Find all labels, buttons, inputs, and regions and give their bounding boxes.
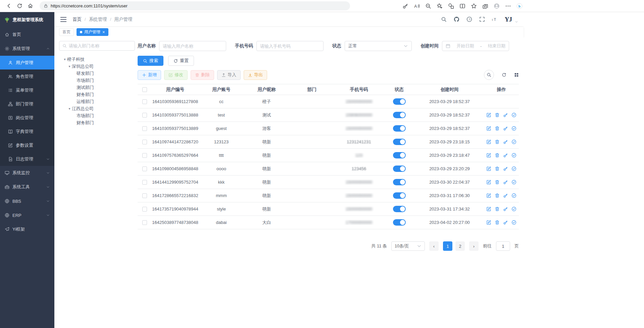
status-toggle[interactable]	[393, 192, 406, 199]
reset-password-icon[interactable]	[503, 166, 508, 171]
tree-node[interactable]: 市场部门	[59, 112, 135, 119]
phone-input[interactable]	[256, 41, 324, 51]
edit-icon[interactable]	[486, 139, 491, 144]
delete-icon[interactable]	[495, 180, 500, 185]
assign-role-icon[interactable]	[511, 193, 516, 198]
reset-password-icon[interactable]	[503, 220, 508, 225]
reset-password-icon[interactable]	[503, 112, 508, 118]
edit-icon[interactable]	[486, 193, 491, 198]
reset-password-icon[interactable]	[503, 153, 508, 158]
sidebar-item-erp[interactable]: ERP	[0, 208, 54, 222]
breadcrumb-home[interactable]: 首页	[72, 16, 82, 22]
row-checkbox[interactable]	[142, 153, 147, 158]
page-button-2[interactable]: 2	[455, 241, 465, 251]
fullscreen-icon[interactable]	[479, 16, 485, 22]
row-checkbox[interactable]	[142, 180, 147, 185]
browser-back-button[interactable]	[3, 1, 14, 11]
table-columns-button[interactable]	[514, 73, 519, 77]
tree-node[interactable]: ▾深圳总公司	[59, 63, 135, 70]
reset-password-icon[interactable]	[503, 139, 508, 144]
sidebar-item-post-management[interactable]: 岗位管理	[0, 111, 54, 125]
tab-user-management[interactable]: 用户管理 ×	[77, 28, 108, 36]
assign-role-icon[interactable]	[511, 153, 516, 158]
password-key-icon[interactable]	[402, 3, 408, 9]
assign-role-icon[interactable]	[511, 166, 516, 171]
row-checkbox[interactable]	[142, 207, 147, 212]
tree-node[interactable]: 市场部门	[59, 77, 135, 84]
add-button[interactable]: 新增	[138, 70, 161, 80]
reset-password-icon[interactable]	[503, 206, 508, 212]
table-refresh-button[interactable]	[502, 73, 506, 77]
browser-home-button[interactable]	[25, 1, 36, 11]
caret-down-icon[interactable]: ▾	[67, 107, 72, 110]
status-toggle[interactable]	[393, 152, 406, 158]
sidebar-item-home[interactable]: 首页	[0, 28, 54, 42]
more-menu-icon[interactable]	[505, 3, 511, 9]
row-checkbox[interactable]	[142, 167, 147, 171]
reset-password-icon[interactable]	[503, 180, 508, 185]
help-icon[interactable]: ?	[466, 16, 472, 22]
export-button[interactable]: 导出	[244, 70, 267, 80]
page-size-select[interactable]: 10条/页	[391, 241, 425, 251]
delete-icon[interactable]	[495, 166, 500, 171]
status-toggle[interactable]	[393, 179, 406, 185]
status-toggle[interactable]	[393, 219, 406, 226]
breadcrumb-user[interactable]: 用户管理	[114, 16, 133, 22]
reset-password-icon[interactable]	[503, 126, 508, 131]
status-toggle[interactable]	[393, 98, 406, 105]
profile-avatar[interactable]	[494, 3, 500, 9]
table-search-button[interactable]	[484, 70, 494, 80]
sidebar-item-menu-management[interactable]: 菜单管理	[0, 83, 54, 97]
status-toggle[interactable]	[393, 206, 406, 212]
date-range-picker[interactable]: 开始日期 - 结束日期	[442, 41, 509, 51]
status-toggle[interactable]	[393, 125, 406, 132]
prev-page-button[interactable]: ‹	[429, 241, 439, 251]
import-button[interactable]: 导入	[217, 70, 241, 80]
favorite-add-icon[interactable]	[437, 3, 443, 9]
browser-essentials-icon[interactable]	[448, 3, 454, 9]
edit-icon[interactable]	[486, 220, 491, 225]
username-input[interactable]	[159, 41, 226, 51]
row-checkbox[interactable]	[142, 113, 147, 118]
tree-node[interactable]: ▾橙子科技	[59, 56, 135, 63]
collections-icon[interactable]	[482, 3, 488, 9]
sidebar-item-system-tools[interactable]: 系统工具	[0, 180, 54, 194]
status-select[interactable]: 正常	[345, 41, 412, 51]
browser-refresh-button[interactable]	[14, 1, 25, 11]
next-page-button[interactable]: ›	[469, 241, 479, 251]
search-icon[interactable]	[441, 16, 447, 22]
delete-icon[interactable]	[495, 112, 500, 118]
reset-password-icon[interactable]	[503, 193, 508, 198]
assign-role-icon[interactable]	[511, 126, 516, 131]
edit-icon[interactable]	[486, 153, 491, 158]
row-checkbox[interactable]	[142, 140, 147, 144]
delete-icon[interactable]	[495, 220, 500, 225]
tree-node[interactable]: 财务部门	[59, 91, 135, 98]
sidebar-item-system-management[interactable]: 系统管理	[0, 42, 54, 56]
delete-icon[interactable]	[495, 206, 500, 212]
sidebar-item-param-settings[interactable]: 参数设置	[0, 138, 54, 152]
sidebar-item-log-management[interactable]: 日志管理	[0, 152, 54, 166]
caret-down-icon[interactable]: ▾	[62, 57, 67, 61]
assign-role-icon[interactable]	[511, 139, 516, 144]
tab-home[interactable]: 首页	[59, 28, 74, 36]
search-button[interactable]: 搜索	[138, 56, 163, 66]
reset-button[interactable]: 重置	[168, 56, 194, 66]
delete-button[interactable]: 删除	[191, 70, 214, 80]
sidebar-item-dept-management[interactable]: 部门管理	[0, 97, 54, 111]
tree-node[interactable]: 运维部门	[59, 98, 135, 105]
delete-icon[interactable]	[495, 139, 500, 144]
assign-role-icon[interactable]	[511, 112, 516, 118]
delete-icon[interactable]	[495, 193, 500, 198]
zoom-out-icon[interactable]	[425, 3, 431, 9]
bing-chat-icon[interactable]: b	[516, 3, 523, 9]
row-checkbox[interactable]	[142, 220, 147, 225]
sidebar-item-role-management[interactable]: 角色管理	[0, 69, 54, 83]
favorites-icon[interactable]	[471, 3, 477, 9]
address-bar[interactable]: https://ccnetcore.com:1101/system/user	[40, 1, 350, 10]
row-checkbox[interactable]	[142, 126, 147, 131]
goto-page-input[interactable]	[496, 241, 510, 251]
tree-node[interactable]: 测试部门	[59, 84, 135, 91]
breadcrumb-system[interactable]: 系统管理	[89, 16, 107, 22]
close-icon[interactable]: ×	[102, 30, 105, 34]
